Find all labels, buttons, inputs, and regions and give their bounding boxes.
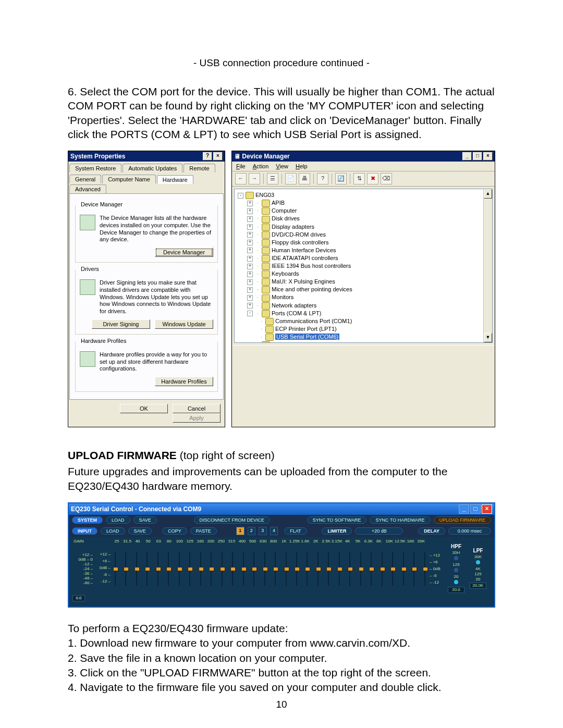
help-button[interactable]: ? xyxy=(203,152,212,161)
tree-node[interactable]: +·DVD/CD-ROM drives xyxy=(236,231,491,239)
tree-node[interactable]: +·Display adapters xyxy=(236,223,491,231)
eq-slider[interactable] xyxy=(166,552,171,586)
channel-2-button[interactable]: 2 xyxy=(248,527,256,535)
close-button[interactable]: × xyxy=(482,504,492,514)
driver-signing-button[interactable]: Driver Signing xyxy=(92,319,150,329)
eq-slider[interactable] xyxy=(198,552,203,586)
menu-view[interactable]: View xyxy=(276,163,288,169)
eq-slider[interactable] xyxy=(155,552,161,586)
cancel-button[interactable]: Cancel xyxy=(173,404,221,413)
maximize-button[interactable]: □ xyxy=(473,152,482,161)
tab-hardware[interactable]: Hardware xyxy=(157,175,193,184)
hpf-dot[interactable] xyxy=(454,568,458,572)
load-button[interactable]: LOAD xyxy=(101,527,125,535)
ok-button[interactable]: OK xyxy=(120,404,168,413)
tree-node[interactable]: +·Mice and other pointing devices xyxy=(236,286,491,293)
eq-slider[interactable] xyxy=(390,552,395,586)
load-button[interactable]: LOAD xyxy=(106,516,130,524)
tree-node[interactable]: +·IDE ATA/ATAPI controllers xyxy=(236,254,491,262)
menu-help[interactable]: Help xyxy=(296,163,308,169)
tab-advanced[interactable]: Advanced xyxy=(69,184,106,193)
tree-node[interactable]: +·Network adapters xyxy=(236,302,491,310)
eq-slider[interactable] xyxy=(262,552,267,586)
minimize-button[interactable]: _ xyxy=(462,152,472,161)
maximize-button[interactable]: □ xyxy=(470,504,481,514)
eq-slider[interactable] xyxy=(401,552,406,586)
gain-value[interactable]: 0.0 xyxy=(72,595,85,601)
paste-button[interactable]: PASTE xyxy=(190,527,217,535)
eq-slider[interactable] xyxy=(326,552,331,586)
tree-node[interactable]: -·Ports (COM & LPT) xyxy=(236,310,491,317)
eq-slider[interactable] xyxy=(304,552,310,586)
lpf-dot[interactable] xyxy=(476,560,480,564)
eq-slider[interactable] xyxy=(273,552,278,586)
eq-slider[interactable] xyxy=(284,552,289,586)
eq-slider[interactable] xyxy=(144,552,150,586)
eq-slider[interactable] xyxy=(358,552,363,586)
help-icon[interactable]: ? xyxy=(317,173,328,184)
properties-icon[interactable]: 📄 xyxy=(285,173,297,184)
eq-slider[interactable] xyxy=(209,552,214,586)
device-manager-button[interactable]: Device Manager xyxy=(155,248,213,257)
eq-slider[interactable] xyxy=(187,552,192,586)
scroll-down-icon[interactable]: ▼ xyxy=(484,333,492,342)
eq-slider[interactable] xyxy=(315,552,321,586)
close-button[interactable]: × xyxy=(483,152,493,161)
hardware-profiles-button[interactable]: Hardware Profiles xyxy=(155,377,213,386)
uninstall-icon[interactable]: ⌫ xyxy=(381,173,392,184)
tree-root[interactable]: -ENG03 xyxy=(236,191,491,199)
eq-slider[interactable] xyxy=(294,552,299,586)
tree-leaf[interactable]: ·ECP Printer Port (LPT1) xyxy=(236,325,491,333)
flat-button[interactable]: FLAT xyxy=(284,527,307,535)
hpf-dot[interactable] xyxy=(454,556,458,560)
eq-slider[interactable] xyxy=(369,552,374,586)
eq-slider[interactable] xyxy=(123,552,128,586)
tree-node[interactable]: +·MaUI: X Pulsing Engines xyxy=(236,278,491,286)
sync-hardware-button[interactable]: SYNC TO HARDWARE xyxy=(370,516,430,524)
eq-slider[interactable] xyxy=(411,552,417,586)
tree-node[interactable]: +·Floppy disk controllers xyxy=(236,239,491,246)
eq-slider[interactable] xyxy=(134,552,139,586)
tree-node[interactable]: +·IEEE 1394 Bus host controllers xyxy=(236,262,491,270)
disable-icon[interactable]: ✖ xyxy=(367,173,378,184)
delay-value[interactable]: 0.000 msec xyxy=(448,527,491,535)
menu-file[interactable]: File xyxy=(236,163,246,169)
print-icon[interactable]: 🖶 xyxy=(299,173,310,184)
eq-slider[interactable] xyxy=(113,552,118,586)
back-icon[interactable]: ← xyxy=(235,173,247,184)
channel-4-button[interactable]: 4 xyxy=(270,527,278,535)
tab-system-restore[interactable]: System Restore xyxy=(69,164,121,172)
channel-1-button[interactable]: 1 xyxy=(236,527,244,535)
tab-general[interactable]: General xyxy=(69,175,101,183)
tab-remote[interactable]: Remote xyxy=(183,164,215,172)
save-button[interactable]: SAVE xyxy=(133,516,157,524)
tree-node[interactable]: +·Human Interface Devices xyxy=(236,246,491,254)
view-icon[interactable]: ☰ xyxy=(267,173,278,184)
tree-node[interactable]: +·Disk drives xyxy=(236,215,491,223)
close-button[interactable]: × xyxy=(213,152,223,161)
input-button[interactable]: INPUT xyxy=(72,527,97,535)
forward-icon[interactable]: → xyxy=(249,173,260,184)
upload-firmware-button[interactable]: UPLOAD FIRMWARE xyxy=(434,516,491,524)
eq-slider[interactable] xyxy=(219,552,225,586)
eq-slider[interactable] xyxy=(422,552,427,586)
lpf-value[interactable]: 20.0K xyxy=(470,583,486,589)
sync-software-button[interactable]: SYNC TO SOFTWARE xyxy=(307,516,367,524)
apply-button[interactable]: Apply xyxy=(173,413,221,423)
tree-node[interactable]: +·Computer xyxy=(236,207,491,215)
save-button[interactable]: SAVE xyxy=(128,527,152,535)
scroll-up-icon[interactable]: ▲ xyxy=(484,189,492,199)
scan-icon[interactable]: 🔄 xyxy=(335,173,347,184)
hpf-dot[interactable] xyxy=(454,580,458,584)
channel-3-button[interactable]: 3 xyxy=(259,527,267,535)
tree-node[interactable]: +·Processors xyxy=(236,341,491,343)
tree-leaf[interactable]: ·USB Serial Port (COM6) xyxy=(236,333,491,341)
menu-action[interactable]: Action xyxy=(253,163,269,169)
eq-slider[interactable] xyxy=(177,552,182,586)
eq-slider[interactable] xyxy=(241,552,246,586)
limiter-value[interactable]: +20 dB xyxy=(355,527,403,535)
system-button[interactable]: SYSTEM xyxy=(72,516,103,524)
windows-update-button[interactable]: Windows Update xyxy=(155,319,213,329)
scrollbar[interactable]: ▲ ▼ xyxy=(483,189,492,342)
tree-node[interactable]: +·Keyboards xyxy=(236,270,491,278)
